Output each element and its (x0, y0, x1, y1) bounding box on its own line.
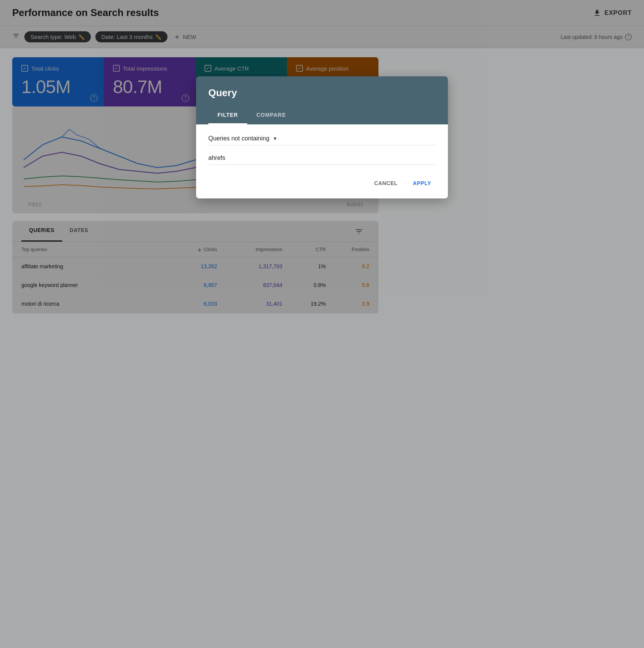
cancel-button[interactable]: CANCEL (370, 177, 402, 189)
filter-type-label: Queries not containing (208, 135, 269, 142)
dialog-overlay: Query FILTER COMPARE Queries not contain… (0, 0, 644, 648)
dropdown-arrow-icon[interactable]: ▼ (272, 135, 278, 142)
filter-value-row (208, 155, 436, 165)
filter-value-input[interactable] (208, 155, 436, 161)
dialog-tab-filter[interactable]: FILTER (208, 106, 247, 124)
dialog-tabs: FILTER COMPARE (208, 106, 436, 124)
apply-button[interactable]: APPLY (408, 177, 436, 189)
dialog-actions: CANCEL APPLY (208, 174, 436, 189)
query-dialog: Query FILTER COMPARE Queries not contain… (196, 76, 448, 198)
filter-type-row: Queries not containing ▼ (208, 135, 436, 145)
dialog-body: Queries not containing ▼ CANCEL APPLY (196, 124, 448, 198)
dialog-title: Query (208, 87, 436, 99)
dialog-header: Query FILTER COMPARE (196, 76, 448, 124)
dialog-tab-compare[interactable]: COMPARE (247, 106, 295, 124)
